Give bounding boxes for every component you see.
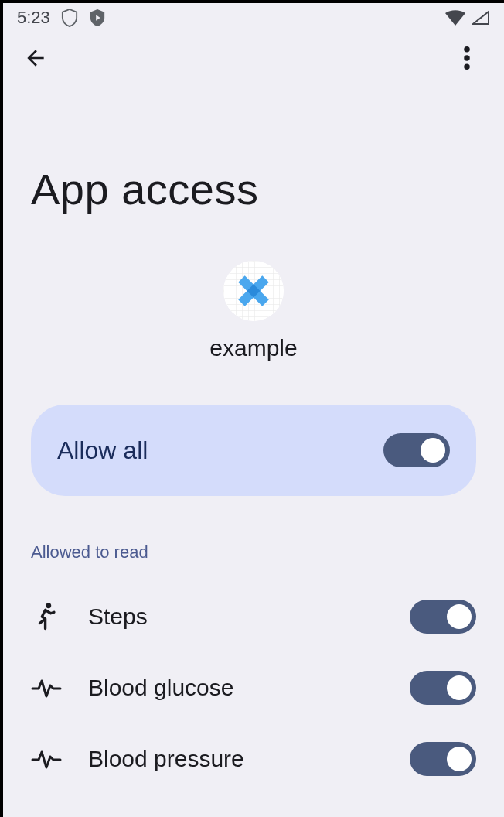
page-title: App access (3, 87, 504, 261)
svg-point-2 (464, 64, 470, 70)
app-identity: example (3, 261, 504, 361)
wifi-icon (445, 10, 465, 26)
allow-all-label: Allow all (57, 436, 148, 465)
allow-all-toggle[interactable] (383, 433, 450, 467)
svg-point-8 (46, 603, 51, 608)
vitals-icon (31, 747, 62, 771)
permission-label: Blood glucose (88, 675, 233, 701)
permission-row-blood-pressure[interactable]: Blood pressure (3, 723, 504, 795)
running-icon (31, 602, 62, 631)
svg-point-0 (464, 46, 470, 53)
svg-point-1 (464, 55, 470, 61)
section-header-allowed-to-read: Allowed to read (3, 542, 504, 581)
cell-signal-icon (472, 10, 490, 26)
overflow-menu-button[interactable] (448, 41, 485, 78)
shield-outline-icon (61, 9, 78, 27)
permission-row-steps[interactable]: Steps (3, 581, 504, 652)
back-button[interactable] (17, 41, 54, 78)
permission-toggle-blood-glucose[interactable] (410, 671, 476, 705)
permission-label: Blood pressure (88, 746, 244, 772)
allow-all-row[interactable]: Allow all (31, 405, 476, 496)
permission-label: Steps (88, 603, 148, 630)
status-time: 5:23 (17, 8, 50, 28)
status-bar: 5:23 (3, 3, 504, 32)
permission-toggle-steps[interactable] (410, 600, 476, 634)
more-vert-icon (464, 46, 470, 73)
vitals-icon (31, 676, 62, 699)
permission-toggle-blood-pressure[interactable] (410, 742, 476, 776)
shield-play-icon (89, 9, 106, 27)
permission-row-blood-glucose[interactable]: Blood glucose (3, 652, 504, 723)
app-icon (223, 261, 284, 321)
app-name: example (209, 335, 297, 361)
arrow-back-icon (23, 46, 48, 73)
app-bar (3, 32, 504, 87)
